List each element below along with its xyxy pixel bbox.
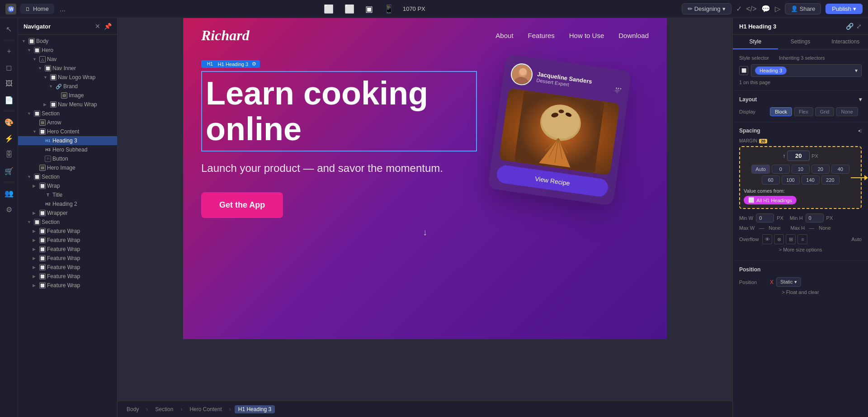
min-h-input[interactable] (806, 213, 824, 223)
tree-arrow: ▼ (27, 175, 33, 179)
settings-btn[interactable]: ⚙ (2, 202, 16, 217)
play-icon-btn[interactable]: ▷ (775, 5, 780, 13)
nav-link-download[interactable]: Download (618, 32, 649, 39)
tree-item-section-2[interactable]: ▼ ⬜ Section (18, 172, 117, 181)
tree-item-feature-wrap-7[interactable]: ▶ ⬜ Feature Wrap (18, 281, 117, 290)
tree-item-heading2[interactable]: H2 Heading 2 (18, 199, 117, 208)
maximize-action-btn[interactable]: ⤢ (856, 23, 862, 30)
comment-icon-btn[interactable]: 💬 (761, 5, 770, 13)
spacing-preset-220[interactable]: 220 (821, 175, 840, 185)
check-icon-btn[interactable]: ✓ (736, 5, 742, 13)
ecommerce-btn[interactable]: 🛒 (2, 164, 16, 178)
hero-cta-button[interactable]: Get the App (201, 192, 283, 218)
heading3-selector[interactable]: Heading 3 ▾ (751, 64, 862, 77)
users-btn[interactable]: 👥 (2, 186, 16, 200)
tree-item-hero-content[interactable]: ▼ ⬜ Hero Content (18, 127, 117, 136)
nav-link-features[interactable]: Features (528, 32, 555, 39)
phone-more-icon[interactable]: ··· (615, 83, 623, 93)
tree-item-title[interactable]: T Title (18, 190, 117, 199)
tree-item-wrap[interactable]: ▶ ⬜ Wrap (18, 181, 117, 190)
breadcrumb-section[interactable]: Section (151, 405, 177, 413)
spacing-preset-60[interactable]: 60 (762, 175, 780, 185)
designing-btn[interactable]: ✏ Designing ▾ (682, 3, 731, 14)
tree-item-nav-logo-wrap[interactable]: ▼ ⬜ Nav Logo Wrap (18, 73, 117, 82)
tree-item-hero[interactable]: ▼ ⬜ Hero (18, 46, 117, 55)
spacing-preset-auto[interactable]: Auto (751, 165, 770, 174)
breadcrumb-hero-content[interactable]: Hero Content (186, 405, 225, 413)
tree-item-body[interactable]: ▼ ⬜ Body (18, 37, 117, 46)
overflow-hidden-icon[interactable]: ⊗ (774, 234, 784, 244)
tree-item-feature-wrap-4[interactable]: ▶ ⬜ Feature Wrap (18, 254, 117, 263)
display-none-btn[interactable]: None (836, 107, 858, 116)
more-options-btn[interactable]: ... (60, 5, 66, 13)
overflow-scroll-icon[interactable]: ≡ (797, 234, 807, 244)
settings-gear-icon[interactable]: ⚙ (252, 61, 256, 67)
link-action-btn[interactable]: 🔗 (846, 23, 854, 30)
float-clear-btn[interactable]: > Float and clear (739, 287, 862, 298)
tree-item-wrapper[interactable]: ▶ ⬜ Wrapper (18, 208, 117, 218)
tree-item-feature-wrap-5[interactable]: ▶ ⬜ Feature Wrap (18, 263, 117, 272)
overflow-clip-icon[interactable]: ⊞ (786, 234, 796, 244)
tree-item-button[interactable]: ⚐ Button (18, 154, 117, 163)
tree-item-nav-menu-wrap[interactable]: ▶ ⬜ Nav Menu Wrap (18, 100, 117, 109)
mobile-viewport-btn[interactable]: 📱 (382, 2, 396, 16)
display-block-btn[interactable]: Block (770, 107, 792, 116)
tree-item-section-3[interactable]: ▼ ⬜ Section (18, 218, 117, 227)
tablet-portrait-btn[interactable]: ▣ (363, 2, 375, 16)
cms-btn[interactable]: 🗄 (2, 147, 16, 162)
tab-interactions[interactable]: Interactions (823, 35, 868, 49)
add-element-btn[interactable]: ＋ (2, 44, 16, 58)
hero-heading-wrapper: H1 H1 Heading 3 ⚙ Learn cooking online (201, 71, 477, 152)
div-icon: ⬜ (39, 237, 46, 243)
spacing-collapse-icon[interactable]: •⃝ (859, 128, 862, 133)
spacing-preset-0[interactable]: 0 (772, 165, 790, 174)
tree-item-image[interactable]: 🖼 Image (18, 91, 117, 100)
spacing-preset-40[interactable]: 40 (831, 165, 849, 174)
tree-item-feature-wrap-2[interactable]: ▶ ⬜ Feature Wrap (18, 236, 117, 245)
tree-item-arrow[interactable]: 🖼 Arrow (18, 118, 117, 127)
tree-item-feature-wrap-1[interactable]: ▶ ⬜ Feature Wrap (18, 227, 117, 236)
tree-item-nav-inner[interactable]: ▼ ⬜ Nav Inner (18, 64, 117, 73)
tree-item-feature-wrap-3[interactable]: ▶ ⬜ Feature Wrap (18, 245, 117, 254)
spacing-top-input[interactable] (787, 151, 810, 161)
spacing-preset-10[interactable]: 10 (792, 165, 810, 174)
code-icon-btn[interactable]: </> (746, 5, 757, 13)
desktop-viewport-btn[interactable]: ⬜ (322, 2, 335, 16)
assets-btn[interactable]: 🖼 (2, 76, 16, 91)
tree-item-feature-wrap-6[interactable]: ▶ ⬜ Feature Wrap (18, 272, 117, 281)
display-grid-btn[interactable]: Grid (815, 107, 835, 116)
layout-collapse-icon[interactable]: ▾ (859, 96, 862, 103)
position-static-select[interactable]: Static ▾ (776, 277, 801, 287)
home-tab[interactable]: 🗋 Home (20, 4, 54, 14)
spacing-preset-20[interactable]: 20 (811, 165, 830, 174)
tab-style[interactable]: Style (733, 35, 778, 49)
tree-item-section-1[interactable]: ▼ ⬜ Section (18, 109, 117, 118)
breadcrumb-h1-heading3[interactable]: H1 Heading 3 (235, 405, 275, 413)
nav-link-about[interactable]: About (495, 32, 513, 39)
share-btn[interactable]: 👤 Share (785, 3, 821, 14)
tree-item-brand[interactable]: ▼ 🔗 Brand (18, 82, 117, 91)
pointer-tool[interactable]: ↖ (2, 22, 16, 36)
close-navigator-btn[interactable]: ✕ (95, 23, 100, 30)
tree-item-hero-subhead[interactable]: H3 Hero Subhead (18, 145, 117, 154)
spacing-preset-140[interactable]: 140 (802, 175, 820, 185)
display-flex-btn[interactable]: Flex (794, 107, 813, 116)
breadcrumb-body[interactable]: Body (123, 405, 142, 413)
pages-btn[interactable]: 📄 (2, 93, 16, 107)
tree-item-nav[interactable]: ▼ △ Nav (18, 55, 117, 64)
more-size-options-btn[interactable]: > More size options (739, 244, 862, 255)
display-options: Block Flex Grid None (770, 107, 858, 116)
spacing-preset-100[interactable]: 100 (782, 175, 800, 185)
min-w-input[interactable] (756, 213, 774, 223)
tab-settings[interactable]: Settings (778, 35, 823, 49)
publish-btn[interactable]: Publish ▾ (826, 4, 863, 14)
pin-navigator-btn[interactable]: 📌 (104, 23, 112, 30)
components-btn[interactable]: ◻ (2, 60, 16, 75)
tablet-landscape-btn[interactable]: ⬜ (343, 2, 356, 16)
tree-item-h1-heading3[interactable]: H1 Heading 3 (18, 136, 117, 145)
overflow-visible-icon[interactable]: 👁 (762, 234, 772, 244)
nav-link-how-to-use[interactable]: How to Use (569, 32, 604, 39)
tree-item-hero-image[interactable]: 🖼 Hero Image (18, 163, 117, 172)
styles-btn[interactable]: 🎨 (2, 115, 16, 129)
interactions-btn[interactable]: ⚡ (2, 131, 16, 146)
